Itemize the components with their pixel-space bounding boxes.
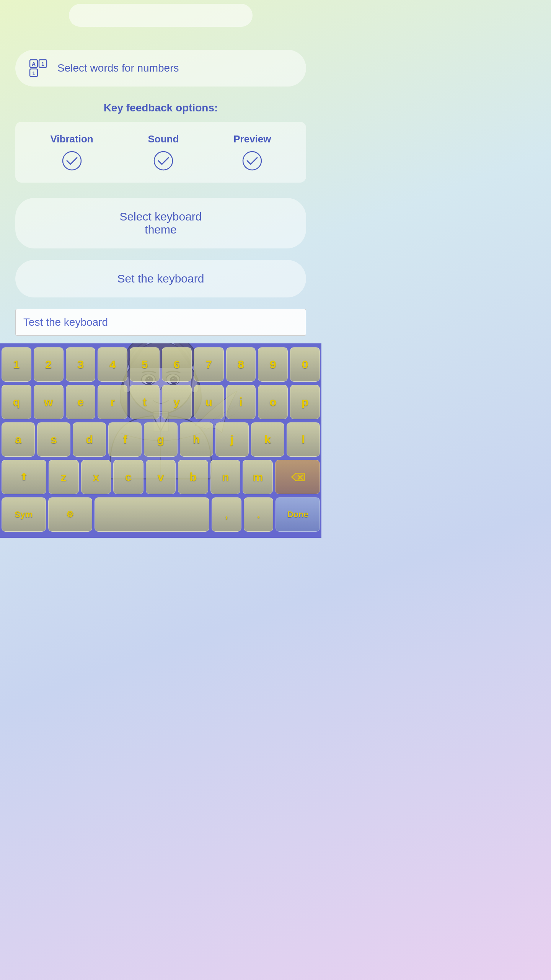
sym-key[interactable]: Sym [2,497,46,532]
sound-label: Sound [148,133,179,145]
key-1[interactable]: 1 [2,347,31,382]
key-x[interactable]: x [81,460,111,494]
vibration-check [62,150,82,171]
key-4[interactable]: 4 [98,347,127,382]
key-6[interactable]: 6 [162,347,192,382]
key-f[interactable]: f [108,422,142,457]
backspace-key[interactable] [275,460,320,494]
key-b[interactable]: b [178,460,208,494]
key-0[interactable]: 0 [290,347,320,382]
key-w[interactable]: w [34,385,64,419]
top-partial-button [69,4,253,27]
key-comma[interactable]: , [212,497,241,532]
asdf-row: a s d f g h j k l [2,422,320,457]
key-t[interactable]: t [130,385,160,419]
done-key[interactable]: Done [276,497,320,532]
preview-check [242,150,262,171]
key-r[interactable]: r [98,385,127,419]
key-5[interactable]: 5 [130,347,160,382]
key-9[interactable]: 9 [258,347,288,382]
qwerty-row: q w e r t y u i o p [2,385,320,419]
key-c[interactable]: c [113,460,143,494]
set-keyboard-label: Set the keyboard [117,272,204,285]
key-s[interactable]: s [37,422,70,457]
space-key[interactable] [95,497,209,532]
svg-point-6 [63,152,81,170]
key-i[interactable]: i [226,385,256,419]
feedback-vibration[interactable]: Vibration [50,133,93,171]
keyboard-panel: 1 2 3 4 5 6 7 8 9 0 q w e r t y u i o p … [0,343,321,538]
key-q[interactable]: q [2,385,31,419]
vibration-label: Vibration [50,133,93,145]
key-7[interactable]: 7 [194,347,224,382]
svg-text:1: 1 [33,71,35,76]
key-v[interactable]: v [146,460,176,494]
test-keyboard-input[interactable]: Test the keyboard [15,309,306,336]
key-u[interactable]: u [194,385,224,419]
feedback-options-box: Vibration Sound Preview [15,122,306,183]
key-period[interactable]: . [244,497,274,532]
key-8[interactable]: 8 [226,347,256,382]
select-words-label: Select words for numbers [57,62,179,74]
keyboard-rows: 1 2 3 4 5 6 7 8 9 0 q w e r t y u i o p … [2,347,320,532]
key-d[interactable]: d [73,422,106,457]
key-y[interactable]: y [162,385,192,419]
key-k[interactable]: k [251,422,284,457]
svg-text:A: A [32,61,36,67]
key-z[interactable]: z [49,460,79,494]
svg-point-7 [154,152,173,170]
key-feedback-title: Key feedback options: [15,102,306,114]
key-j[interactable]: j [215,422,249,457]
select-theme-label: Select keyboardtheme [119,210,202,236]
shift-key[interactable]: ⬆ [2,460,46,494]
key-g[interactable]: g [144,422,177,457]
svg-text:1: 1 [41,61,44,67]
feedback-preview[interactable]: Preview [233,133,271,171]
test-keyboard-placeholder: Test the keyboard [23,316,108,328]
key-l[interactable]: l [287,422,320,457]
number-row: 1 2 3 4 5 6 7 8 9 0 [2,347,320,382]
key-m[interactable]: m [243,460,273,494]
a1-icon: A 1 1 [27,57,50,80]
feedback-sound[interactable]: Sound [148,133,179,171]
key-e[interactable]: e [66,385,96,419]
key-a[interactable]: a [2,422,35,457]
set-keyboard-button[interactable]: Set the keyboard [15,260,306,297]
key-n[interactable]: n [210,460,241,494]
key-h[interactable]: h [180,422,213,457]
key-p[interactable]: p [290,385,320,419]
key-2[interactable]: 2 [34,347,64,382]
select-words-for-numbers-button[interactable]: A 1 1 Select words for numbers [15,50,306,87]
settings-key[interactable]: ⚙ [48,497,93,532]
zxcv-row: ⬆ z x c v b n m [2,460,320,494]
key-3[interactable]: 3 [66,347,96,382]
key-o[interactable]: o [258,385,288,419]
sound-check [153,150,174,171]
preview-label: Preview [233,133,271,145]
select-theme-button[interactable]: Select keyboardtheme [15,198,306,248]
svg-point-8 [243,152,261,170]
bottom-row: Sym ⚙ , . Done [2,497,320,532]
